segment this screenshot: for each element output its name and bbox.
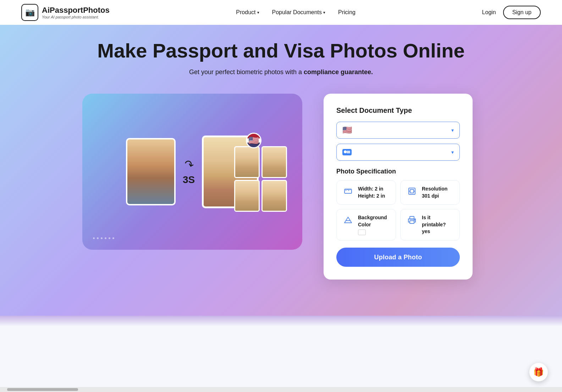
hero-subtitle: Get your perfect biometric photos with a… <box>189 68 373 76</box>
doc-type-select-wrapper: ▾ <box>336 144 460 161</box>
decorative-dots <box>93 237 121 239</box>
spec-printable-label: Is it printable? <box>422 214 454 228</box>
document-panel: Select Document Type 🇺🇸 ▾ ▾ <box>324 94 473 280</box>
doc-type-select[interactable]: ▾ <box>336 144 460 161</box>
spec-card-printable: Is it printable? yes <box>400 209 460 241</box>
country-flag-badge: 🇺🇸 <box>246 133 261 148</box>
spec-card-resolution: Resolution 301 dpi <box>400 180 460 205</box>
doc-type-select-left <box>342 149 352 155</box>
printer-icon <box>406 214 418 226</box>
login-button[interactable]: Login <box>482 9 496 16</box>
spec-card-bgcolor: Background Color <box>336 209 396 241</box>
ruler-icon <box>342 186 354 197</box>
spec-resolution-label: Resolution <box>422 186 447 193</box>
spec-height-value: Height: 2 in <box>358 193 385 200</box>
svg-rect-6 <box>410 189 414 193</box>
spec-grid: Width: 2 in Height: 2 in <box>336 180 460 241</box>
id-card-icon <box>342 149 352 155</box>
spec-width-value: Width: 2 in <box>358 186 385 193</box>
nav-product[interactable]: Product ▾ <box>236 9 259 16</box>
scrollbar[interactable] <box>0 387 562 392</box>
bottom-section <box>0 326 562 392</box>
arrow-icon: ↷ <box>182 157 195 172</box>
country-select-wrapper: 🇺🇸 ▾ <box>336 122 460 139</box>
logo-text: AiPassportPhotos Your AI passport photo … <box>42 6 110 19</box>
scrollbar-thumb[interactable] <box>7 388 78 391</box>
country-flag: 🇺🇸 <box>342 126 352 135</box>
photo-demo-visual: ↷ 3S 🇺🇸 <box>126 136 259 208</box>
hero-content: ↷ 3S 🇺🇸 <box>68 94 494 280</box>
photo-grid <box>234 146 287 212</box>
photo-grid-item <box>261 180 287 212</box>
brand-tagline: Your AI passport photo assistant. <box>42 15 110 19</box>
transformation-time-label: 3S <box>183 174 195 186</box>
brand-name: AiPassportPhotos <box>42 6 110 15</box>
spec-title: Photo Specification <box>336 168 460 175</box>
chat-widget-icon: 🎁 <box>533 367 544 377</box>
transformation-arrow: ↷ 3S <box>183 158 195 186</box>
before-photo <box>126 138 176 205</box>
svg-point-12 <box>414 220 415 220</box>
spec-resolution-value: 301 dpi <box>422 193 447 200</box>
country-select-left: 🇺🇸 <box>342 126 352 135</box>
spec-bgcolor-content: Background Color <box>358 214 390 235</box>
color-swatch <box>358 230 366 235</box>
photo-grid-item <box>261 146 287 178</box>
spec-bgcolor-label: Background Color <box>358 214 390 228</box>
nav-links: Product ▾ Popular Documents ▾ Pricing <box>236 9 356 16</box>
photo-grid-item <box>234 180 260 212</box>
hero-bg-bottom <box>0 316 562 326</box>
nav-actions: Login Sign up <box>482 6 541 19</box>
after-photos-group: 🇺🇸 <box>202 136 259 208</box>
spec-size-content: Width: 2 in Height: 2 in <box>358 186 385 199</box>
hero-section: Make Passport and Visa Photos Online Get… <box>0 25 562 316</box>
spec-card-size: Width: 2 in Height: 2 in <box>336 180 396 205</box>
nav-popular-docs[interactable]: Popular Documents ▾ <box>272 9 326 16</box>
photo-grid-item <box>234 146 260 178</box>
country-select[interactable]: 🇺🇸 ▾ <box>336 122 460 139</box>
chevron-down-icon: ▾ <box>323 10 325 15</box>
resolution-icon <box>406 186 418 197</box>
logo[interactable]: 📷 AiPassportPhotos Your AI passport phot… <box>21 4 110 21</box>
upload-photo-button[interactable]: Upload a Photo <box>336 248 460 267</box>
svg-rect-11 <box>410 221 414 223</box>
chevron-down-icon: ▾ <box>451 127 454 133</box>
photo-demo-card: ↷ 3S 🇺🇸 <box>82 94 302 250</box>
hero-title: Make Passport and Visa Photos Online <box>97 39 464 62</box>
panel-title: Select Document Type <box>336 106 460 115</box>
spec-resolution-content: Resolution 301 dpi <box>422 186 447 199</box>
logo-icon: 📷 <box>21 4 38 21</box>
navbar: 📷 AiPassportPhotos Your AI passport phot… <box>0 0 562 25</box>
spec-printable-value: yes <box>422 228 454 235</box>
chevron-down-icon: ▾ <box>257 10 259 15</box>
chat-widget[interactable]: 🎁 <box>529 363 548 381</box>
chevron-down-icon: ▾ <box>451 149 454 155</box>
color-swatch-icon <box>342 214 354 226</box>
signup-button[interactable]: Sign up <box>503 6 541 19</box>
nav-pricing[interactable]: Pricing <box>338 9 356 16</box>
spec-printable-content: Is it printable? yes <box>422 214 454 235</box>
